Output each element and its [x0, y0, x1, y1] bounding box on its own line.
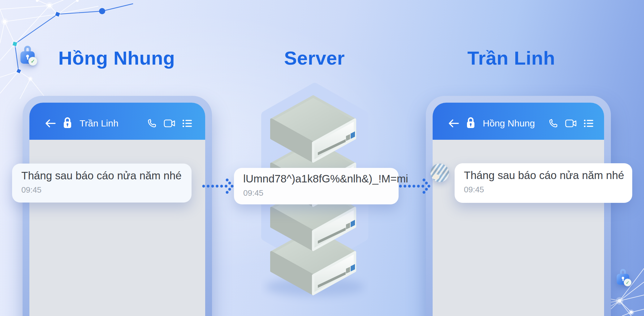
list-menu-icon [584, 119, 594, 128]
receiver-chat-appbar: Hồng Nhung [433, 103, 604, 140]
e2e-encryption-illustration: Hồng Nhung Server Trần Linh [0, 0, 644, 316]
lock-icon [63, 117, 72, 130]
voice-call-button[interactable] [548, 118, 558, 128]
lock-check-icon [617, 269, 629, 285]
back-button[interactable] [45, 119, 56, 128]
lock-icon [466, 117, 475, 130]
server-title: Server [284, 47, 345, 69]
phone-call-icon [548, 118, 558, 128]
video-call-button[interactable] [565, 119, 577, 128]
check-badge-icon [28, 57, 37, 66]
chat-menu-button[interactable] [584, 119, 594, 128]
receiver-message-bubble: Tháng sau báo cáo nửa năm nhé 09:45 [455, 163, 632, 203]
list-menu-icon [182, 119, 192, 128]
video-call-button[interactable] [164, 119, 175, 128]
lock-check-icon [20, 46, 35, 64]
sender-avatar [430, 164, 449, 182]
message-time: 09:45 [243, 188, 389, 198]
receiver-phone-screen: Hồng Nhung [433, 103, 604, 316]
arrow-left-icon [448, 119, 459, 128]
lock-keyhole [622, 277, 624, 279]
arrow-left-icon [45, 119, 56, 128]
receiver-phone: Hồng Nhung [426, 96, 611, 316]
receiver-title: Trần Linh [467, 47, 555, 69]
voice-call-button[interactable] [147, 118, 157, 128]
chat-menu-button[interactable] [182, 119, 192, 128]
check-badge-icon [624, 279, 632, 286]
message-text: Tháng sau báo cáo nửa năm nhé [21, 169, 182, 183]
message-text: Tháng sau báo cáo nửa năm nhé [464, 168, 623, 182]
message-time: 09:45 [464, 185, 623, 194]
encrypted-message-bubble: lUmnd78^)a1k8fG%&nlh&)_!M=mi 09:45 [234, 168, 399, 204]
sender-title: Hồng Nhung [58, 47, 175, 69]
sender-message-bubble: Tháng sau báo cáo nửa năm nhé 09:45 [12, 164, 192, 203]
back-button[interactable] [448, 119, 459, 128]
encrypted-text: lUmnd78^)a1k8fG%&nlh&)_!M=mi [243, 172, 389, 186]
sender-phone-screen: Trần Linh [29, 103, 205, 316]
message-time: 09:45 [21, 185, 182, 195]
lock-keyhole [26, 55, 29, 58]
video-call-icon [164, 119, 175, 128]
contact-name: Trần Linh [80, 118, 119, 129]
sender-phone: Trần Linh [23, 96, 212, 316]
phone-call-icon [147, 118, 157, 128]
contact-name: Hồng Nhung [483, 118, 535, 129]
encrypt-flow-arrow [202, 177, 236, 195]
sender-chat-appbar: Trần Linh [29, 103, 205, 140]
video-call-icon [565, 119, 577, 128]
